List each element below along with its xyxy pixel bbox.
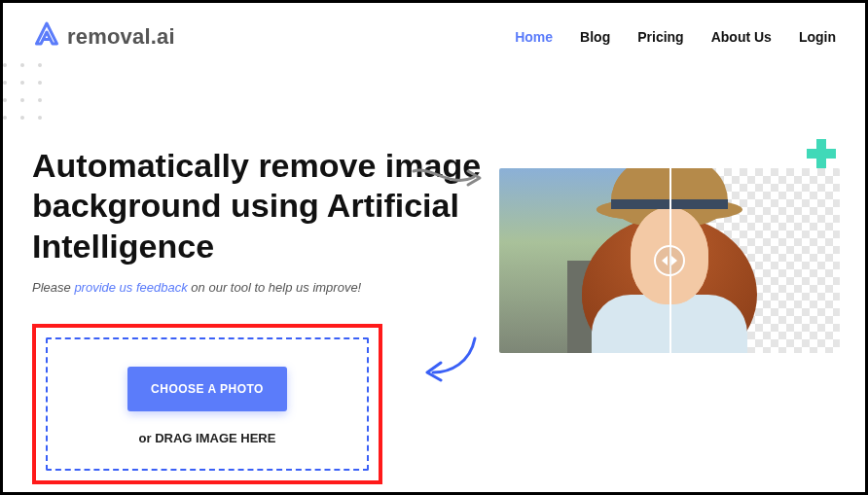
demo-after: [669, 168, 840, 353]
nav-home[interactable]: Home: [515, 29, 553, 45]
sub-suffix: on our tool to help us improve!: [188, 280, 362, 295]
site-header: removal.ai Home Blog Pricing About Us Lo…: [3, 3, 865, 63]
decorative-arrow-right-icon: [412, 163, 489, 193]
nav-about[interactable]: About Us: [711, 29, 772, 45]
decorative-arrow-curved-icon: [421, 334, 480, 382]
nav-login[interactable]: Login: [799, 29, 836, 45]
sub-prefix: Please: [32, 280, 74, 295]
plus-icon: [807, 139, 836, 168]
nav-blog[interactable]: Blog: [580, 29, 610, 45]
comparison-slider-handle[interactable]: [654, 245, 685, 276]
demo-before: [499, 168, 669, 353]
logo-icon: [32, 20, 61, 53]
demo-image-comparison: [499, 168, 840, 353]
hero-subtext: Please provide us feedback on our tool t…: [32, 280, 489, 295]
choose-photo-button[interactable]: CHOOSE A PHOTO: [127, 367, 287, 411]
nav-pricing[interactable]: Pricing: [637, 29, 683, 45]
upload-dropzone[interactable]: CHOOSE A PHOTO or DRAG IMAGE HERE: [46, 337, 369, 471]
main-nav: Home Blog Pricing About Us Login: [515, 29, 836, 45]
hero-left: Automatically remove image background us…: [32, 146, 489, 484]
logo[interactable]: removal.ai: [32, 20, 175, 53]
logo-text: removal.ai: [67, 24, 175, 50]
feedback-link[interactable]: provide us feedback: [74, 280, 187, 295]
drag-text: or DRAG IMAGE HERE: [57, 431, 357, 445]
decorative-dots: [3, 63, 46, 124]
upload-highlight-box: CHOOSE A PHOTO or DRAG IMAGE HERE: [32, 324, 382, 484]
